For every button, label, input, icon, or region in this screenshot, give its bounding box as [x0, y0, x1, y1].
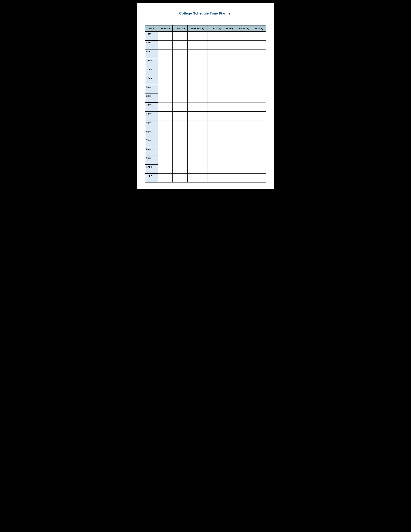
schedule-cell[interactable] [236, 85, 252, 94]
schedule-cell[interactable] [236, 49, 252, 58]
schedule-cell[interactable] [224, 138, 236, 147]
schedule-cell[interactable] [158, 49, 172, 58]
schedule-cell[interactable] [158, 58, 172, 67]
schedule-cell[interactable] [207, 67, 224, 76]
schedule-cell[interactable] [236, 120, 252, 129]
schedule-cell[interactable] [188, 94, 207, 103]
schedule-cell[interactable] [252, 40, 266, 49]
schedule-cell[interactable] [172, 111, 187, 120]
schedule-cell[interactable] [188, 129, 207, 138]
schedule-cell[interactable] [224, 58, 236, 67]
schedule-cell[interactable] [158, 103, 172, 111]
schedule-cell[interactable] [158, 156, 172, 165]
schedule-cell[interactable] [158, 111, 172, 120]
schedule-cell[interactable] [188, 67, 207, 76]
schedule-cell[interactable] [236, 173, 252, 182]
schedule-cell[interactable] [172, 129, 187, 138]
schedule-cell[interactable] [207, 147, 224, 156]
schedule-cell[interactable] [224, 103, 236, 111]
schedule-cell[interactable] [236, 103, 252, 111]
schedule-cell[interactable] [172, 147, 187, 156]
schedule-cell[interactable] [158, 94, 172, 103]
schedule-cell[interactable] [236, 129, 252, 138]
schedule-cell[interactable] [224, 94, 236, 103]
schedule-cell[interactable] [252, 85, 266, 94]
schedule-cell[interactable] [172, 120, 187, 129]
schedule-cell[interactable] [188, 173, 207, 182]
schedule-cell[interactable] [252, 111, 266, 120]
schedule-cell[interactable] [207, 129, 224, 138]
schedule-cell[interactable] [224, 147, 236, 156]
schedule-cell[interactable] [224, 165, 236, 173]
schedule-cell[interactable] [158, 76, 172, 85]
schedule-cell[interactable] [236, 156, 252, 165]
schedule-cell[interactable] [172, 49, 187, 58]
schedule-cell[interactable] [158, 147, 172, 156]
schedule-cell[interactable] [224, 32, 236, 40]
schedule-cell[interactable] [188, 111, 207, 120]
schedule-cell[interactable] [172, 32, 187, 40]
schedule-cell[interactable] [252, 173, 266, 182]
schedule-cell[interactable] [224, 67, 236, 76]
schedule-cell[interactable] [188, 165, 207, 173]
schedule-cell[interactable] [158, 85, 172, 94]
schedule-cell[interactable] [207, 76, 224, 85]
schedule-cell[interactable] [252, 58, 266, 67]
schedule-cell[interactable] [207, 94, 224, 103]
schedule-cell[interactable] [207, 58, 224, 67]
schedule-cell[interactable] [172, 58, 187, 67]
schedule-cell[interactable] [207, 111, 224, 120]
schedule-cell[interactable] [188, 120, 207, 129]
schedule-cell[interactable] [224, 156, 236, 165]
schedule-cell[interactable] [188, 32, 207, 40]
schedule-cell[interactable] [252, 120, 266, 129]
schedule-cell[interactable] [188, 103, 207, 111]
schedule-cell[interactable] [207, 120, 224, 129]
schedule-cell[interactable] [207, 32, 224, 40]
schedule-cell[interactable] [158, 32, 172, 40]
schedule-cell[interactable] [207, 49, 224, 58]
schedule-cell[interactable] [172, 76, 187, 85]
schedule-cell[interactable] [252, 156, 266, 165]
schedule-cell[interactable] [172, 85, 187, 94]
schedule-cell[interactable] [236, 67, 252, 76]
schedule-cell[interactable] [172, 165, 187, 173]
schedule-cell[interactable] [207, 138, 224, 147]
schedule-cell[interactable] [207, 156, 224, 165]
schedule-cell[interactable] [252, 129, 266, 138]
schedule-cell[interactable] [158, 40, 172, 49]
schedule-cell[interactable] [224, 111, 236, 120]
schedule-cell[interactable] [207, 165, 224, 173]
schedule-cell[interactable] [252, 76, 266, 85]
schedule-cell[interactable] [224, 85, 236, 94]
schedule-cell[interactable] [172, 103, 187, 111]
schedule-cell[interactable] [188, 40, 207, 49]
schedule-cell[interactable] [188, 156, 207, 165]
schedule-cell[interactable] [236, 58, 252, 67]
schedule-cell[interactable] [224, 40, 236, 49]
schedule-cell[interactable] [172, 67, 187, 76]
schedule-cell[interactable] [252, 103, 266, 111]
schedule-cell[interactable] [158, 173, 172, 182]
schedule-cell[interactable] [236, 165, 252, 173]
schedule-cell[interactable] [236, 147, 252, 156]
schedule-cell[interactable] [172, 173, 187, 182]
schedule-cell[interactable] [188, 76, 207, 85]
schedule-cell[interactable] [158, 120, 172, 129]
schedule-cell[interactable] [236, 111, 252, 120]
schedule-cell[interactable] [188, 49, 207, 58]
schedule-cell[interactable] [236, 94, 252, 103]
schedule-cell[interactable] [236, 40, 252, 49]
schedule-cell[interactable] [252, 138, 266, 147]
schedule-cell[interactable] [172, 94, 187, 103]
schedule-cell[interactable] [172, 138, 187, 147]
schedule-cell[interactable] [188, 85, 207, 94]
schedule-cell[interactable] [207, 85, 224, 94]
schedule-cell[interactable] [252, 32, 266, 40]
schedule-cell[interactable] [158, 67, 172, 76]
schedule-cell[interactable] [236, 32, 252, 40]
schedule-cell[interactable] [236, 76, 252, 85]
schedule-cell[interactable] [224, 49, 236, 58]
schedule-cell[interactable] [252, 147, 266, 156]
schedule-cell[interactable] [236, 138, 252, 147]
